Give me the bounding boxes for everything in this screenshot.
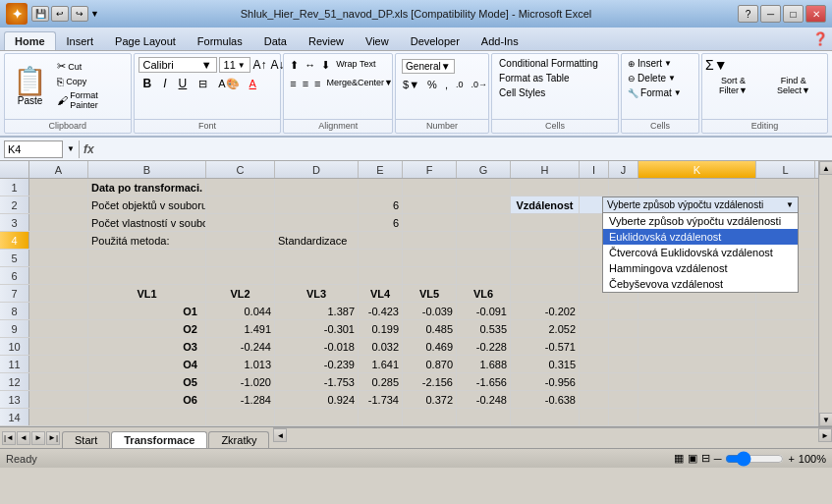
cell-E2[interactable]: 6 bbox=[359, 196, 403, 213]
cell-B4[interactable]: Použitá metoda: bbox=[88, 232, 206, 249]
cell-B5[interactable] bbox=[88, 250, 206, 266]
row-10[interactable]: 10 bbox=[0, 338, 29, 355]
cell-L14[interactable] bbox=[756, 409, 815, 425]
row-12[interactable]: 12 bbox=[0, 373, 29, 390]
cell-B8-label[interactable]: O1 bbox=[88, 303, 206, 319]
cell-I11[interactable] bbox=[580, 356, 609, 372]
cell-B1[interactable]: Data po transformaci. bbox=[88, 179, 206, 196]
cell-A12[interactable] bbox=[29, 373, 88, 390]
cell-F9[interactable]: 0.485 bbox=[403, 320, 457, 337]
format-painter-button[interactable]: 🖌 Format Painter bbox=[54, 89, 126, 111]
cell-H2[interactable]: Vzdálenost bbox=[511, 196, 580, 213]
italic-button[interactable]: I bbox=[158, 75, 171, 92]
align-center[interactable]: ≡ bbox=[301, 76, 310, 91]
cell-D12[interactable]: -1.753 bbox=[275, 373, 359, 390]
currency-btn[interactable]: $▼ bbox=[400, 78, 422, 91]
cell-B13-label[interactable]: O6 bbox=[88, 391, 206, 408]
tab-developer[interactable]: Developer bbox=[400, 31, 471, 50]
cell-F12[interactable]: -2.156 bbox=[403, 373, 457, 390]
sheet-nav-left[interactable]: |◄ ◄ ► ►| bbox=[0, 427, 62, 448]
col-C[interactable]: C bbox=[206, 161, 275, 178]
scroll-down-btn[interactable]: ▼ bbox=[819, 413, 832, 426]
view-pagebreak-btn[interactable]: ⊟ bbox=[701, 452, 710, 465]
cell-I10[interactable] bbox=[580, 338, 609, 355]
format-btn[interactable]: 🔧 Format ▼ bbox=[625, 86, 685, 99]
cell-G3[interactable] bbox=[457, 214, 511, 231]
cell-H12[interactable]: -0.956 bbox=[511, 373, 580, 390]
cell-D10[interactable]: -0.018 bbox=[275, 338, 359, 355]
view-normal-btn[interactable]: ▦ bbox=[674, 452, 684, 465]
sheet-tab-start[interactable]: Start bbox=[62, 431, 110, 448]
sheet-tab-zkratky[interactable]: Zkratky bbox=[208, 431, 269, 448]
tab-data[interactable]: Data bbox=[253, 31, 298, 50]
scroll-up-btn[interactable]: ▲ bbox=[819, 161, 832, 175]
cell-J12[interactable] bbox=[609, 373, 638, 390]
col-F[interactable]: F bbox=[403, 161, 457, 178]
cell-I9[interactable] bbox=[580, 320, 609, 337]
delete-btn[interactable]: ⊖ Delete ▼ bbox=[625, 72, 679, 84]
row-6[interactable]: 6 bbox=[0, 267, 29, 284]
cell-G12[interactable]: -1.656 bbox=[457, 373, 511, 390]
zoom-in-btn[interactable]: + bbox=[788, 453, 794, 465]
font-color-button[interactable]: A bbox=[246, 77, 260, 90]
cell-C9[interactable]: 1.491 bbox=[206, 320, 275, 337]
cell-L8[interactable] bbox=[756, 303, 815, 319]
cell-D4[interactable]: Standardizace bbox=[275, 232, 359, 249]
cell-I14[interactable] bbox=[580, 409, 609, 425]
close-btn[interactable]: ✕ bbox=[805, 5, 826, 23]
cell-K1[interactable] bbox=[638, 179, 756, 196]
percent-btn[interactable]: % bbox=[424, 78, 440, 91]
cell-E6[interactable] bbox=[359, 267, 403, 284]
cell-B14[interactable] bbox=[88, 409, 206, 425]
cell-H5[interactable] bbox=[511, 250, 580, 266]
insert-btn[interactable]: ⊕ Insert ▼ bbox=[625, 57, 675, 70]
cut-button[interactable]: ✂ Cut bbox=[54, 59, 126, 74]
cell-J14[interactable] bbox=[609, 409, 638, 425]
cell-B10-label[interactable]: O3 bbox=[88, 338, 206, 355]
cell-H14[interactable] bbox=[511, 409, 580, 425]
cell-C5[interactable] bbox=[206, 250, 275, 266]
col-B[interactable]: B bbox=[88, 161, 206, 178]
cell-D8[interactable]: 1.387 bbox=[275, 303, 359, 319]
dropdown-item-3[interactable]: Hammingova vzdálenost bbox=[603, 260, 798, 276]
scroll-left-btn[interactable]: ◄ bbox=[273, 428, 287, 442]
align-right[interactable]: ≡ bbox=[312, 76, 322, 91]
dropdown-item-2[interactable]: Čtvercová Euklidovská vzdálenost bbox=[603, 245, 798, 260]
row-1[interactable]: 1 bbox=[0, 179, 29, 196]
cell-J1[interactable] bbox=[609, 179, 638, 196]
cell-reference[interactable]: K4 bbox=[4, 140, 63, 158]
dropdown-item-1[interactable]: Euklidovská vzdálenost bbox=[603, 229, 798, 245]
cell-L12[interactable] bbox=[756, 373, 815, 390]
cell-C14[interactable] bbox=[206, 409, 275, 425]
cell-K8[interactable] bbox=[638, 303, 756, 319]
underline-button[interactable]: U bbox=[174, 75, 193, 92]
find-select-btn[interactable]: Find & Select▼ bbox=[763, 75, 824, 96]
name-box-arrow[interactable]: ▼ bbox=[67, 144, 75, 153]
tab-page-layout[interactable]: Page Layout bbox=[104, 31, 187, 50]
cell-A6[interactable] bbox=[29, 267, 88, 284]
cell-B3[interactable]: Počet vlastností v souboru: bbox=[88, 214, 206, 231]
format-as-table-btn[interactable]: Format as Table bbox=[495, 72, 574, 84]
cell-A14[interactable] bbox=[29, 409, 88, 425]
cell-F13[interactable]: 0.372 bbox=[403, 391, 457, 408]
cell-G2[interactable] bbox=[457, 196, 511, 213]
zoom-slider[interactable] bbox=[725, 451, 784, 467]
cell-A4[interactable] bbox=[29, 232, 88, 249]
cell-H7[interactable] bbox=[511, 285, 580, 302]
cell-L9[interactable] bbox=[756, 320, 815, 337]
cell-C3[interactable] bbox=[206, 214, 275, 231]
cell-F8[interactable]: -0.039 bbox=[403, 303, 457, 319]
scroll-right-btn[interactable]: ► bbox=[818, 428, 832, 442]
cell-F7[interactable]: VL5 bbox=[403, 285, 457, 302]
cell-E9[interactable]: 0.199 bbox=[359, 320, 403, 337]
cell-E4[interactable] bbox=[359, 232, 403, 249]
cell-D11[interactable]: -0.239 bbox=[275, 356, 359, 372]
row-14[interactable]: 14 bbox=[0, 409, 29, 425]
cell-H8[interactable]: -0.202 bbox=[511, 303, 580, 319]
font-size-increase[interactable]: A↑ bbox=[252, 57, 268, 73]
cell-styles-btn[interactable]: Cell Styles bbox=[495, 86, 549, 99]
cell-K11[interactable] bbox=[638, 356, 756, 372]
cell-I1[interactable] bbox=[580, 179, 609, 196]
dropdown-item-0[interactable]: Vyberte způsob výpočtu vzdálenosti bbox=[603, 213, 798, 229]
font-size-dropdown[interactable]: 11▼ bbox=[219, 57, 250, 73]
